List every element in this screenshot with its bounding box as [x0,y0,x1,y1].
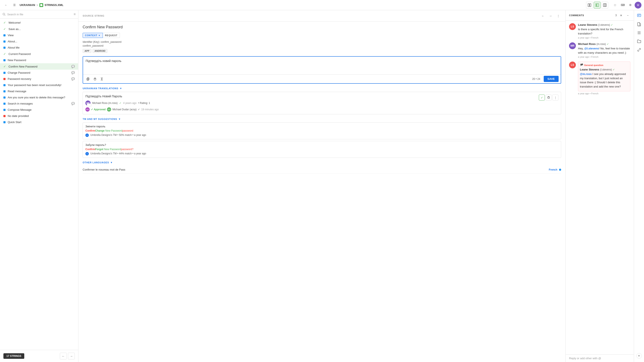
comments-footer [566,354,634,362]
keyboard-button[interactable]: ⌨ [619,2,626,8]
sidebar-item-change-password[interactable]: Change Password 💬 [0,70,78,76]
back-button[interactable]: ← [2,2,9,8]
sidebar-item-view[interactable]: View [0,32,78,38]
suggestion-actions: ✓ ⋮ [539,94,558,100]
rail-link-button[interactable] [635,46,643,54]
save-button[interactable]: SAVE [544,76,558,82]
prev-source-button[interactable]: ← [540,13,546,19]
tag-android: ANDROID [93,49,107,53]
section-ukrainian-translations[interactable]: UKRAINIAN TRANSLATIONS ▼ [83,87,561,90]
comments-collapse-button[interactable]: − [625,13,630,18]
approved-badge: ✓ Approved [91,108,106,111]
filter-icon[interactable]: ≡ [74,12,76,16]
verified-icon: ✓ [119,102,122,104]
tab-request[interactable]: REQUEST [103,33,120,38]
comment-header-0: Leane Stevens (l.stevens) ✓ [578,23,630,26]
search-input[interactable] [7,13,72,16]
sidebar-item-new-password[interactable]: New Password [0,57,78,63]
next-source-button[interactable]: → [548,13,554,19]
identifier-label: Identifier (Key): confirm_password [83,40,561,44]
avatar[interactable]: U [635,2,642,8]
section-arrow: ▼ [120,87,122,90]
sidebar: ≡ ✓ Welcome! ✓ Save as... View About... … [0,10,78,362]
comment-icon: 💬 [71,71,75,74]
lang-badge: French [549,168,557,171]
approved-time: 19 minutes ago [141,108,159,111]
sidebar-search-bar: ≡ [0,10,78,18]
sidebar-item-about[interactable]: About... [0,38,78,44]
check-icon: ✓ [4,65,6,68]
icon-rail: + [634,10,644,362]
other-lang-item-0: Confirmer le nouveau mot de Pass French [83,166,561,174]
approve-button[interactable]: ✓ [539,94,545,100]
delete-suggestion-button[interactable] [546,94,552,100]
terminal-button[interactable]: □ [612,2,618,8]
rail-add-button[interactable]: + [636,353,642,358]
section-label-other: OTHER LANGUAGES [83,161,109,164]
comments-header: COMMENTS 3 ✕ − [566,10,634,21]
settings-button[interactable]: ⚙ [627,2,634,8]
sidebar-item-read-message[interactable]: Read message [0,88,78,94]
next-string-button[interactable]: → [68,353,75,360]
sidebar-item-search-messages[interactable]: Search in messages 💬 [0,100,78,107]
center-panel: SOURCE STRING ← → ⋮ Confirm New Password… [78,10,566,362]
sidebar-item-confirm-new-password[interactable]: ✓ Confirm New Password 💬 [0,63,78,70]
svg-point-7 [3,13,5,15]
suggestion-author: Michael Ross (m.ross) [92,102,118,104]
status-dot [4,34,6,36]
comment-meta-1: a year ago • French [578,56,630,58]
verified-badge-1: ✓ [607,42,609,46]
comment-icon: 💬 [71,102,75,105]
sidebar-item-password-reset[interactable]: Your password has been reset successfull… [0,82,78,88]
section-label-tm: TM AND MT SUGGESTIONS [83,118,117,120]
sidebar-item-quick-start[interactable]: Quick Start [0,119,78,125]
general-tag-text: General question [584,64,603,66]
rail-comments-button[interactable] [635,12,643,20]
verified-badge-2: ✓ [613,68,615,71]
section-other-languages[interactable]: OTHER LANGUAGES ▼ [83,161,561,164]
context-tabs: CONTEXT ▼ REQUEST [83,33,561,38]
section-tm-suggestions[interactable]: TM AND MT SUGGESTIONS ▼ [83,118,561,120]
sidebar-item-about-me[interactable]: About Me [0,44,78,51]
tab-context[interactable]: CONTEXT ▼ [83,33,103,38]
comments-header-label: COMMENTS [569,14,614,16]
sidebar-item-welcome[interactable]: ✓ Welcome! [0,20,78,26]
sidebar-item-save-as[interactable]: ✓ Save as... [0,26,78,32]
sidebar-item-password-recovery[interactable]: Password recovery 💬 [0,76,78,82]
prev-string-button[interactable]: ← [60,353,67,360]
layout-btn-1[interactable] [586,2,593,8]
expand-button[interactable] [99,76,105,82]
sidebar-item-current-password[interactable]: ✓ Current Password [0,51,78,57]
comment-avatar-2: LS [569,62,576,68]
comments-reply-input[interactable] [569,357,630,360]
comment-text-0: Is there a specific limit for the French… [578,27,630,36]
layout-btn-2[interactable] [594,2,600,8]
status-dot [4,121,6,123]
source-string-text: Confirm New Password [83,25,561,30]
sidebar-item-no-date[interactable]: No date provided [0,113,78,119]
char-count: 20 • 24 [532,78,540,80]
rail-list-button[interactable] [635,29,643,37]
svg-rect-16 [638,22,640,26]
sidebar-item-compose-message[interactable]: Compose Message [0,107,78,113]
sidebar-item-delete-message[interactable]: Are you sure you want to delete this mes… [0,94,78,100]
comments-close-button[interactable]: ✕ [618,13,624,18]
menu-button[interactable]: ☰ [11,2,18,8]
more-suggestion-button[interactable]: ⋮ [552,94,558,100]
translation-textarea[interactable]: Підтвердіть новий пароль [83,57,561,74]
rail-file-button[interactable] [635,20,643,28]
general-question-tag: 🏴 General question [580,64,628,67]
rail-folder-button[interactable] [635,38,643,45]
breadcrumb: UKRAINIAN > STRINGS.XML [20,3,64,7]
comment-icon: 💬 [71,65,75,68]
svg-line-8 [5,15,6,16]
comment-avatar-1: MR [569,42,576,49]
section-label: UKRAINIAN TRANSLATIONS [83,87,118,90]
tm-source-info: U Umbrella Designs's TM • 50% match • a … [86,134,558,137]
delete-translation-button[interactable] [92,76,98,82]
source-more-button[interactable]: ⋮ [555,13,561,19]
status-dot [4,72,6,74]
sidebar-list: ✓ Welcome! ✓ Save as... View About... Ab… [0,18,78,350]
layout-btn-3[interactable] [602,2,608,8]
copy-source-button[interactable] [85,76,91,82]
